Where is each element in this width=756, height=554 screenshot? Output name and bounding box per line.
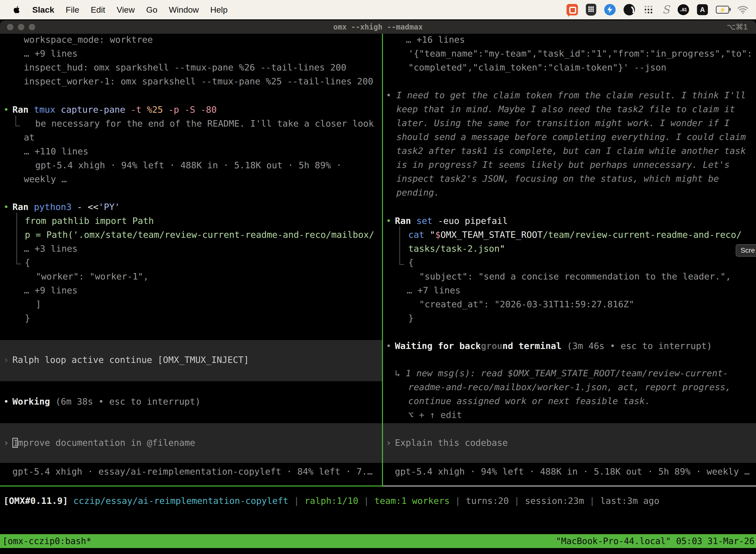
command-bullet: • xyxy=(386,215,391,226)
code-line: tasks/task-2.json" xyxy=(408,243,505,254)
reasoning-line: keep that in mind. Maybe I also need the… xyxy=(396,104,735,115)
output-line: { xyxy=(25,257,30,268)
output-line: inspect_hud: omx sparkshell --tmux-pane … xyxy=(24,62,346,73)
omx-status-line: [OMX#0.11.9] cczip/essay/ai-reimplementa… xyxy=(3,495,659,506)
output-line: be necessary for the end of the README. … xyxy=(35,118,374,129)
pane-border-bottom-right xyxy=(383,486,756,487)
output-line: { xyxy=(408,257,414,268)
output-line: weekly … xyxy=(24,174,67,185)
s-curve-icon[interactable]: S xyxy=(662,4,670,15)
tmux-session-label: [omx-cczip0:bash* xyxy=(2,534,91,548)
output-connector xyxy=(15,116,20,126)
reasoning-line: inspect task2's JSON, focusing on the st… xyxy=(396,173,719,184)
browser-pie-icon[interactable] xyxy=(624,4,635,15)
battery-icon[interactable]: ⚡ xyxy=(716,6,729,14)
output-line: … +110 lines xyxy=(24,146,88,157)
output-line: … +16 lines xyxy=(406,34,465,45)
prompt-chevron: › xyxy=(3,437,9,448)
code-line: p = Path('.omx/state/team/review-current… xyxy=(25,229,374,240)
window-titlebar: omx --xhigh --madmax ⌥⌘1 xyxy=(0,20,756,34)
usage-status-line: gpt-5.4 xhigh · essay/ai-reimplementatio… xyxy=(12,466,373,477)
output-line: inspect_worker-1: omx sparkshell --tmux-… xyxy=(24,76,373,87)
command-bullet: • xyxy=(3,104,9,115)
reasoning-line: pending. xyxy=(396,187,439,198)
prompt-chevron: › xyxy=(386,437,391,448)
output-line: … +3 lines xyxy=(24,243,78,254)
menu-go[interactable]: Go xyxy=(146,5,157,15)
code-line: from pathlib import Path xyxy=(25,215,154,226)
command-line: Ran set -euo pipefail xyxy=(395,215,508,226)
mailbox-hint-line: readme-and-reco/mailbox/worker-1.json, a… xyxy=(408,382,731,393)
sync-bolt-badge-icon[interactable] xyxy=(604,4,616,15)
menu-app-name[interactable]: Slack xyxy=(32,5,54,15)
output-line: "completed","claim_token":"claim-token"}… xyxy=(408,62,666,73)
screen: Slack FileEditViewGoWindowHelp S ..61 A … xyxy=(0,0,756,554)
prompt-input-text[interactable]: Explain this codebase xyxy=(395,437,508,448)
working-status-line: Working (6m 38s • esc to interrupt) xyxy=(12,396,201,407)
output-line: gpt-5.4 xhigh · 94% left · 488K in · 5.1… xyxy=(35,160,341,171)
menu-view[interactable]: View xyxy=(117,5,135,15)
reasoning-line: task2 after task1 is complete, but can I… xyxy=(396,146,746,156)
reasoning-bullet: • xyxy=(386,90,391,101)
output-line: workspace_mode: worktree xyxy=(24,34,153,45)
output-connector xyxy=(399,226,404,265)
reasoning-line: I need to get the claim token from the c… xyxy=(396,90,746,101)
waiting-bullet: • xyxy=(386,340,391,351)
reasoning-line: is in progress? It seems likely but perh… xyxy=(396,159,730,170)
command-bullet: • xyxy=(3,202,9,213)
usage-status-line: gpt-5.4 xhigh · 94% left · 488K in · 5.1… xyxy=(395,466,750,477)
mailbox-hint-line: ↳ 1 new msg(s): read $OMX_TEAM_STATE_ROO… xyxy=(395,368,728,379)
right-terminal-pane[interactable]: … +16 lines'{"team_name":"my-team","task… xyxy=(383,34,756,486)
pane-border-bottom-left xyxy=(0,486,383,487)
menu-help[interactable]: Help xyxy=(210,5,228,15)
left-terminal-pane[interactable]: workspace_mode: worktree… +9 linesinspec… xyxy=(0,34,382,486)
app-grid-icon[interactable] xyxy=(643,4,654,15)
working-bullet: • xyxy=(3,396,9,407)
edit-hint-line: ⌥ + ↑ edit xyxy=(408,409,462,421)
window-title: omx --xhigh --madmax xyxy=(0,20,756,34)
code-line: cat "$OMX_TEAM_STATE_ROOT/team/review-cu… xyxy=(408,229,742,240)
menu-window[interactable]: Window xyxy=(169,5,199,15)
usage-count-badge[interactable]: ..61 xyxy=(678,4,689,15)
output-line: … +9 lines xyxy=(24,285,78,296)
output-line: … +7 lines xyxy=(407,285,460,296)
output-line: "created_at": "2026-03-31T11:59:27.816Z" xyxy=(419,299,634,310)
tmux-host-clock: "MacBook-Pro-44.local" 05:03 31-Mar-26 xyxy=(556,534,755,548)
reasoning-line: should send a message before completing … xyxy=(396,131,746,143)
menu-file[interactable]: File xyxy=(66,5,79,15)
input-source-icon[interactable]: A xyxy=(697,4,708,15)
prompt-chevron: › xyxy=(3,354,9,365)
screen-share-tooltip: Scre xyxy=(736,244,756,257)
output-line: at xyxy=(24,132,35,143)
pane-divider[interactable] xyxy=(382,34,383,486)
command-line: Ran tmux capture-pane -t %25 -p -S -80 xyxy=(12,104,217,115)
waiting-status-line: Waiting for background terminal (3m 46s … xyxy=(395,340,712,351)
output-line: … +9 lines xyxy=(24,48,78,59)
command-line: Ran python3 - <<'PY' xyxy=(12,202,120,213)
wifi-icon[interactable] xyxy=(737,5,749,14)
charging-bolt-icon: ⚡ xyxy=(719,7,726,12)
prompt-input-text[interactable]: Improve documentation in @filename xyxy=(12,437,195,448)
window-shortcut-hint: ⌥⌘1 xyxy=(727,20,748,34)
menu-edit[interactable]: Edit xyxy=(91,5,106,15)
menu-bar: Slack FileEditViewGoWindowHelp S ..61 A … xyxy=(0,0,756,19)
output-line: "worker": "worker-1", xyxy=(36,271,148,282)
reasoning-line: later. Using the same for transition mig… xyxy=(396,118,730,128)
output-connector xyxy=(16,213,21,264)
output-line: } xyxy=(25,313,30,324)
apple-menu-icon[interactable] xyxy=(13,5,21,14)
mailbox-hint-line: continue assigned work or next feasible … xyxy=(408,396,650,406)
tmux-status-bar: [omx-cczip0:bash* "MacBook-Pro-44.local"… xyxy=(0,534,756,548)
slack-notification-icon[interactable] xyxy=(567,4,578,15)
output-line: "subject": "send a concise recommendatio… xyxy=(419,271,731,282)
privacy-shield-icon[interactable] xyxy=(586,4,596,16)
output-line: } xyxy=(408,313,414,324)
loop-status-line: Ralph loop active continue [OMX_TMUX_INJ… xyxy=(12,354,249,365)
output-line: ] xyxy=(36,299,41,310)
output-line: '{"team_name":"my-team","task_id":"1","f… xyxy=(408,48,752,59)
